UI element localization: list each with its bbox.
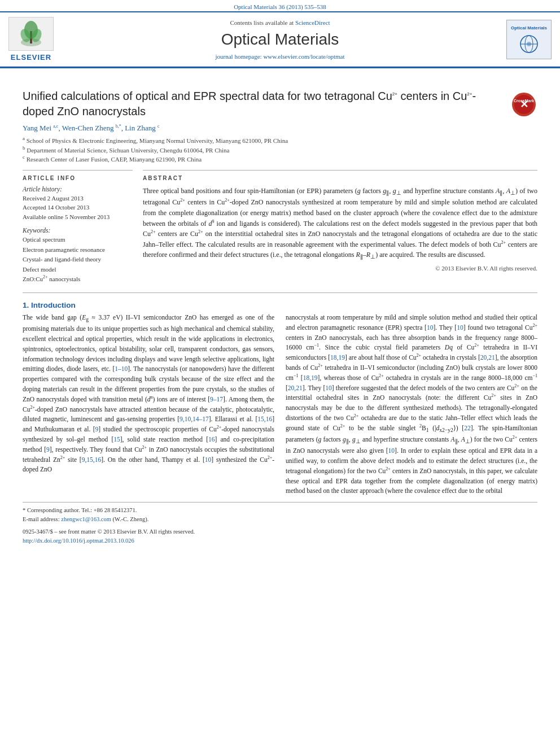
intro-left-col: The wide band gap (Eg ≈ 3.37 eV) II–VI s…	[23, 313, 274, 496]
sciencedirect-link[interactable]: ScienceDirect	[295, 19, 330, 26]
keywords-heading: Keywords:	[23, 227, 133, 234]
keywords-section: Keywords: Optical spectrum Electron para…	[23, 227, 133, 285]
corresponding-author-note: * Corresponding author. Tel.: +86 28 854…	[23, 506, 537, 515]
journal-homepage-link[interactable]: www.elsevier.com/locate/optmat	[263, 53, 344, 60]
journal-url: journal homepage: www.elsevier.com/locat…	[216, 53, 345, 60]
keyword-1: Optical spectrum	[23, 235, 133, 245]
keyword-3: Crystal- and ligand-field theory	[23, 255, 133, 265]
svg-point-8	[527, 42, 531, 46]
journal-header: ELSEVIER Contents lists available at Sci…	[0, 11, 560, 67]
affiliation-b: b Department of Material Science, Sichua…	[23, 146, 537, 155]
elsevier-brand: ELSEVIER	[11, 53, 51, 62]
article-info-column: Article Info Article history: Received 2…	[23, 170, 133, 285]
history-heading: Article history:	[23, 186, 133, 193]
crossmark-badge: ✕ CrossMark	[510, 91, 537, 118]
section-divider	[23, 292, 537, 293]
paper-title: Unified calculations of optical and EPR …	[23, 89, 537, 119]
article-info-abstract-section: Article Info Article history: Received 2…	[23, 170, 537, 285]
svg-text:CrossMark: CrossMark	[514, 99, 534, 103]
optical-materials-logo: Optical Materials	[506, 20, 552, 59]
intro-heading: 1. Introduction	[23, 301, 537, 309]
introduction-section: 1. Introduction The wide band gap (Eg ≈ …	[23, 301, 537, 496]
paper-body: Unified calculations of optical and EPR …	[0, 68, 560, 555]
footnote-area: * Corresponding author. Tel.: +86 28 854…	[23, 502, 537, 545]
keyword-2: Electron paramagnetic resonance	[23, 245, 133, 255]
issn-line: 0925-3467/$ – see front matter © 2013 El…	[23, 527, 537, 536]
journal-center-info: Contents lists available at ScienceDirec…	[62, 17, 498, 62]
title-area: Unified calculations of optical and EPR …	[23, 89, 537, 119]
abstract-label: Abstract	[143, 175, 537, 181]
author-email[interactable]: zhengwc1@163.com	[61, 516, 111, 522]
email-note: E-mail address: zhengwc1@163.com (W.-C. …	[23, 515, 537, 524]
abstract-column: Abstract Three optical band positions an…	[143, 170, 537, 285]
authors-line: Yang Mei a,c, Wen-Chen Zheng b,*, Lin Zh…	[23, 124, 537, 133]
contents-available: Contents lists available at ScienceDirec…	[230, 19, 330, 26]
journal-logo-right: Optical Materials	[504, 17, 554, 62]
available-date: Available online 5 November 2013	[23, 212, 133, 222]
affiliation-a: a School of Physics & Electronic Enginee…	[23, 136, 537, 146]
doi-line[interactable]: http://dx.doi.org/10.1016/j.optmat.2013.…	[23, 536, 537, 545]
journal-reference-bar: Optical Materials 36 (2013) 535–538	[0, 0, 560, 11]
article-history: Article history: Received 2 August 2013 …	[23, 186, 133, 222]
elsevier-tree-logo	[8, 17, 54, 51]
elsevier-logo-area: ELSEVIER	[6, 17, 56, 62]
journal-title: Optical Materials	[221, 30, 339, 49]
affiliation-c: c Research Center of Laser Fusion, CAEP,…	[23, 155, 537, 164]
intro-right-col: nanocrystals at room temperature by mild…	[286, 313, 537, 496]
abstract-text: Three optical band positions and four sp…	[143, 186, 537, 262]
copyright-line: © 2013 Elsevier B.V. All rights reserved…	[143, 265, 537, 272]
affiliations: a School of Physics & Electronic Enginee…	[23, 136, 537, 164]
keyword-5: ZnO:Cu2+ nanocrystals	[23, 274, 133, 285]
received-date: Received 2 August 2013	[23, 194, 133, 203]
intro-two-col: The wide band gap (Eg ≈ 3.37 eV) II–VI s…	[23, 313, 537, 496]
crossmark-icon: ✕ CrossMark	[512, 93, 536, 116]
accepted-date: Accepted 14 October 2013	[23, 203, 133, 212]
article-info-label: Article Info	[23, 175, 133, 181]
keyword-4: Defect model	[23, 265, 133, 275]
journal-reference: Optical Materials 36 (2013) 535–538	[234, 3, 326, 10]
